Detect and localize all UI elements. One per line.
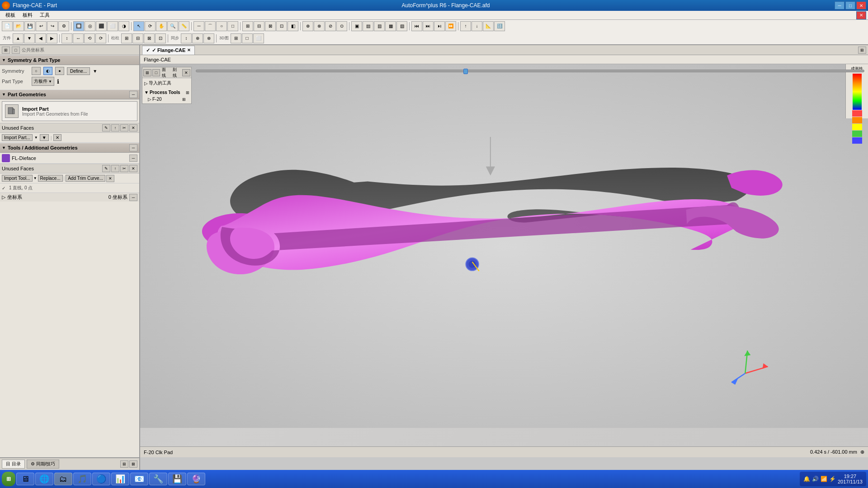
part-type-dropdown[interactable]: 方板件 ▼	[32, 77, 54, 86]
uf-close-btn-2[interactable]: ✕	[129, 165, 137, 172]
tool-e2[interactable]: ↓	[472, 21, 482, 31]
viewport-3d[interactable]: ⊞ □ 面线 刻线 ✕ ▷ 导入的工具 ▼ Process Too	[140, 64, 868, 457]
tool-c5[interactable]: ▧	[396, 21, 407, 31]
new-button[interactable]: 📄	[2, 21, 13, 31]
menu-item-material[interactable]: 板料	[19, 11, 36, 19]
ts-slider-thumb[interactable]	[463, 69, 468, 74]
import-tool-x-btn[interactable]: ✕	[106, 175, 114, 182]
tool-a4[interactable]: ⊡	[276, 21, 287, 31]
r2-g3-b1[interactable]: ⊞	[121, 33, 132, 43]
transparent-button[interactable]: ⬜	[107, 21, 118, 31]
rotate-button[interactable]: ⟳	[145, 21, 156, 31]
pp-btn2[interactable]: □	[152, 69, 160, 76]
settings-button[interactable]: ⚙	[58, 21, 69, 31]
maximize-button[interactable]: □	[845, 1, 855, 9]
shaded-button[interactable]: ◎	[85, 21, 95, 31]
taskbar-app-9[interactable]: 💾	[168, 473, 186, 485]
tools-arrow-icon[interactable]: ▼	[2, 145, 6, 150]
time-steps-slider[interactable]	[196, 70, 864, 72]
tools-collapse-btn[interactable]: ─	[129, 144, 137, 151]
r2-g4-b3[interactable]: ⊗	[203, 33, 214, 43]
undo-button[interactable]: ↩	[36, 21, 47, 31]
symmetry-arrow-icon[interactable]: ▼	[2, 58, 6, 62]
r2-g2-b4[interactable]: ⟳	[95, 33, 106, 43]
coord-btn[interactable]: ─	[129, 194, 137, 201]
tool-d1[interactable]: ⏮	[411, 21, 422, 31]
minimize-button[interactable]: ─	[835, 1, 844, 9]
taskbar-app-2[interactable]: 🌐	[35, 473, 53, 485]
sys-icon-3[interactable]: 📶	[821, 476, 827, 482]
coord-expand-icon[interactable]: ▷	[2, 194, 5, 200]
tool-b2[interactable]: ⊗	[314, 21, 325, 31]
replace-btn[interactable]: Replace...	[38, 175, 63, 182]
tab-sync[interactable]: ⚙ 同期/技巧	[27, 460, 60, 469]
process-item-f20[interactable]: ▷ F-20 ⊞	[144, 96, 189, 103]
curve-button[interactable]: ⌒	[205, 21, 216, 31]
r2-g2-b3[interactable]: ⟲	[84, 33, 95, 43]
taskbar-app-5[interactable]: 🔵	[92, 473, 110, 485]
process-tools-header[interactable]: ▼ Process Tools ⊞	[144, 89, 189, 96]
tool-e3[interactable]: 📐	[483, 21, 494, 31]
tool-c2[interactable]: ▤	[363, 21, 373, 31]
tool-a2[interactable]: ⊟	[254, 21, 264, 31]
tool-a1[interactable]: ⊞	[242, 21, 253, 31]
rect-button[interactable]: □	[227, 21, 238, 31]
panel-btn2[interactable]: □	[12, 47, 20, 54]
tool-b3[interactable]: ⊘	[325, 21, 336, 31]
tool-d2[interactable]: ⏭	[423, 21, 434, 31]
r2-btn2[interactable]: ▼	[24, 33, 35, 43]
tool-c3[interactable]: ▥	[374, 21, 385, 31]
view-btn5[interactable]: ◑	[118, 21, 129, 31]
viewport-tab-flange[interactable]: ✓ ✓ Flange-CAE ✕	[142, 46, 195, 55]
menu-item-template[interactable]: 模板	[2, 11, 19, 19]
import-part-x-btn[interactable]: ✕	[53, 134, 61, 141]
r2-btn3[interactable]: ◀	[35, 33, 46, 43]
tool-b1[interactable]: ⊕	[302, 21, 313, 31]
tool-a3[interactable]: ⊠	[265, 21, 276, 31]
define-button[interactable]: Define...	[67, 67, 90, 75]
r2-g2-b1[interactable]: ↕	[61, 33, 72, 43]
taskbar-app-10[interactable]: 🔮	[187, 473, 205, 485]
lbt-btn1[interactable]: ⊞	[120, 460, 128, 468]
uf-delete-btn-2[interactable]: ✂	[120, 165, 128, 172]
tool-e4[interactable]: 🔢	[494, 21, 505, 31]
zoom-button[interactable]: 🔍	[167, 21, 178, 31]
uf-close-btn-1[interactable]: ✕	[129, 124, 137, 131]
info-icon[interactable]: ℹ	[57, 78, 59, 85]
lbt-btn2[interactable]: ⊠	[129, 460, 137, 468]
sys-icon-1[interactable]: 🔔	[803, 476, 810, 482]
tool-item-dieface[interactable]: FL-Dieface ─	[0, 153, 139, 164]
circle-button[interactable]: ○	[216, 21, 227, 31]
part-geo-arrow-icon[interactable]: ▼	[2, 92, 6, 97]
r2-g3-b2[interactable]: ⊟	[132, 33, 143, 43]
imported-tools-header[interactable]: ▷ 导入的工具	[144, 79, 189, 87]
r2-g2-b2[interactable]: ↔	[73, 33, 84, 43]
menu-item-tools[interactable]: 工具	[36, 11, 53, 19]
wireframe-button[interactable]: 🔲	[73, 21, 84, 31]
dieface-collapse-btn[interactable]: ─	[129, 155, 137, 162]
tab-directory[interactable]: 目 目录	[2, 460, 25, 469]
import-part-btn[interactable]: Import Part...	[2, 134, 33, 141]
taskbar-app-3[interactable]: 🗂	[54, 473, 72, 485]
tool-a5[interactable]: ◧	[288, 21, 298, 31]
tool-d4[interactable]: ⏩	[445, 21, 456, 31]
import-part-box[interactable]: Import Part Import Part Geometries from …	[2, 101, 137, 121]
pp-close-btn[interactable]: ✕	[182, 69, 190, 76]
uf-edit-btn-2[interactable]: ✎	[102, 165, 110, 172]
open-button[interactable]: 📂	[13, 21, 24, 31]
r2-g3-b4[interactable]: ⊡	[155, 33, 166, 43]
save-button[interactable]: 💾	[24, 21, 35, 31]
redo-button[interactable]: ↪	[47, 21, 58, 31]
part-geo-collapse[interactable]: ─	[129, 91, 137, 98]
menu-close-button[interactable]: ✕	[856, 11, 866, 19]
r2-g4-b1[interactable]: ↕	[181, 33, 192, 43]
line-button[interactable]: ─	[193, 21, 204, 31]
add-trim-btn[interactable]: Add Trim Curve...	[66, 175, 105, 182]
r2-g5-b2[interactable]: □	[242, 33, 253, 43]
taskbar-app-7[interactable]: 📧	[130, 473, 148, 485]
uf-edit-btn-1[interactable]: ✎	[102, 124, 110, 131]
tool-c1[interactable]: ▣	[351, 21, 362, 31]
uf-delete-btn-1[interactable]: ✂	[120, 124, 128, 131]
r2-btn1[interactable]: ▲	[13, 33, 24, 43]
r2-btn4[interactable]: ▶	[47, 33, 57, 43]
